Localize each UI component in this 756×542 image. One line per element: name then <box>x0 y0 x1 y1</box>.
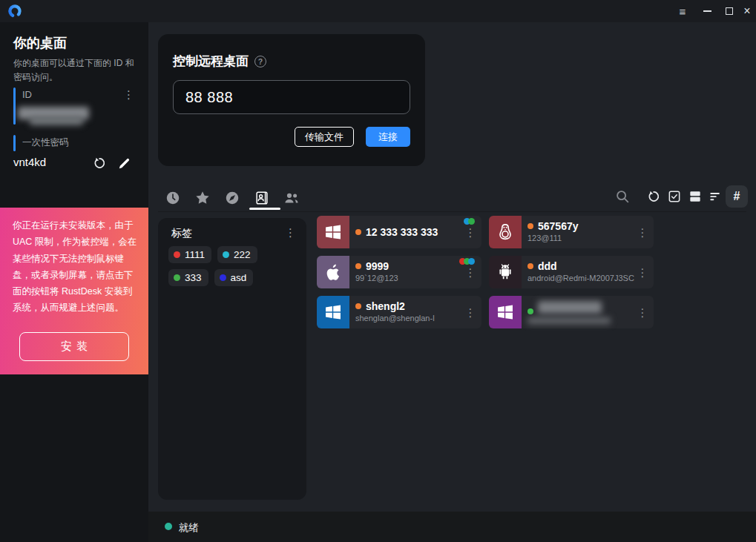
peer-menu-button[interactable]: ⋮ <box>462 296 479 328</box>
search-icon <box>614 188 631 205</box>
tags-title: 标签 <box>171 227 192 240</box>
apple-icon <box>324 263 343 282</box>
tab-recent-sessions[interactable] <box>160 187 186 209</box>
peer-card[interactable]: 9999 99`12@123 ⋮ <box>317 256 481 288</box>
sidebar: 你的桌面 你的桌面可以通过下面的 ID 和密码访问。 ID ⋮ 一次性密码 vn… <box>0 22 148 542</box>
connect-card: 控制远程桌面 ? 传输文件 连接 <box>158 34 425 166</box>
windows-platform-tile <box>317 216 349 248</box>
peer-card[interactable]: 12 333 333 333 ⋮ <box>317 216 481 248</box>
tags-menu-button[interactable]: ⋮ <box>285 227 296 238</box>
tab-group[interactable] <box>278 187 305 209</box>
minimize-button[interactable] <box>696 0 718 22</box>
install-warning-banner: 你正在运行未安装版本，由于 UAC 限制，作为被控端，会在某些情况下无法控制鼠标… <box>0 208 148 374</box>
peer-name: shengl2 <box>366 300 405 312</box>
refresh-icon <box>646 189 661 204</box>
remote-id-input[interactable] <box>173 80 410 114</box>
connect-button[interactable]: 连接 <box>366 127 410 147</box>
android-icon <box>496 262 515 282</box>
refresh-peers-button[interactable] <box>642 185 665 208</box>
windows-icon <box>323 303 343 322</box>
peer-menu-button[interactable]: ⋮ <box>634 256 651 288</box>
password-label: 一次性密码 <box>22 136 69 149</box>
tag-chip[interactable]: asd <box>214 269 254 286</box>
one-time-password-value: vnt4kd <box>13 156 46 168</box>
select-peers-button[interactable] <box>663 185 686 208</box>
tag-label: 333 <box>185 272 202 283</box>
peer-username: shenglan@shenglan-l <box>355 314 462 323</box>
peer-username: 99`12@123 <box>355 274 462 282</box>
apple-platform-tile <box>317 256 349 288</box>
peer-menu-button[interactable]: ⋮ <box>462 256 479 288</box>
group-icon <box>283 189 300 207</box>
peer-grid: 12 333 333 333 ⋮ <box>317 216 654 328</box>
titlebar: ≡ × <box>0 0 756 22</box>
pencil-icon <box>117 156 131 171</box>
hamburger-icon: ≡ <box>680 5 686 18</box>
sort-button[interactable] <box>704 185 726 208</box>
tab-favorites[interactable] <box>189 187 216 209</box>
warning-text: 你正在运行未安装版本，由于 UAC 限制，作为被控端，会在某些情况下无法控制鼠标… <box>13 217 139 317</box>
active-tab-indicator <box>249 208 280 210</box>
tag-label: 222 <box>234 249 251 260</box>
rustdesk-logo-icon <box>7 4 22 19</box>
peer-menu-button[interactable]: ⋮ <box>634 296 651 328</box>
linux-platform-tile <box>489 216 522 248</box>
android-platform-tile <box>489 256 522 288</box>
tag-color-dot <box>223 251 229 258</box>
online-status-dot <box>527 308 533 314</box>
peer-card[interactable]: shengl2 shenglan@shenglan-l ⋮ <box>317 296 481 328</box>
tags-panel: 标签 ⋮ 1111 222 333 asd <box>158 218 306 500</box>
peer-card-redacted[interactable]: ⋮ <box>489 296 654 328</box>
online-status-dot <box>355 263 361 269</box>
help-icon[interactable]: ? <box>254 56 266 67</box>
clock-icon <box>165 190 181 206</box>
refresh-password-button[interactable] <box>91 154 108 172</box>
password-accent-bar <box>13 135 16 151</box>
star-icon <box>194 190 211 206</box>
sidebar-description: 你的桌面可以通过下面的 ID 和密码访问。 <box>13 56 139 84</box>
id-menu-button[interactable]: ⋮ <box>123 89 134 100</box>
online-status-dot <box>527 263 533 269</box>
filter-by-tag-button[interactable]: # <box>726 185 748 208</box>
tag-label: asd <box>231 272 247 283</box>
minimize-icon <box>703 10 711 12</box>
peer-card[interactable]: ddd android@Redmi-M2007J3SC ⋮ <box>489 256 654 288</box>
tag-list: 1111 222 333 asd <box>168 246 299 286</box>
peer-menu-button[interactable]: ⋮ <box>634 216 651 248</box>
id-value-redacted <box>30 116 83 125</box>
tab-discovered[interactable] <box>219 187 246 209</box>
peer-menu-button[interactable]: ⋮ <box>462 216 479 248</box>
transfer-file-button[interactable]: 传输文件 <box>295 127 354 147</box>
compass-icon <box>224 190 240 206</box>
window-menu-button[interactable]: ≡ <box>671 0 694 22</box>
address-book-icon <box>254 190 270 206</box>
edit-password-button[interactable] <box>115 154 133 172</box>
connect-buttons: 传输文件 连接 <box>295 127 410 147</box>
tab-address-book[interactable] <box>249 187 275 209</box>
tag-chip[interactable]: 333 <box>168 269 208 286</box>
tag-chip[interactable]: 1111 <box>168 246 211 263</box>
peer-card[interactable]: 567567y 123@111 ⋮ <box>489 216 654 248</box>
main-area: 控制远程桌面 ? 传输文件 连接 <box>148 22 756 542</box>
search-button[interactable] <box>611 185 634 208</box>
refresh-icon <box>92 156 107 171</box>
peer-username: android@Redmi-M2007J3SC <box>527 274 634 282</box>
id-accent-bar <box>13 87 16 125</box>
install-button[interactable]: 安装 <box>19 332 129 361</box>
close-icon: × <box>743 4 750 18</box>
peer-username: 123@111 <box>527 234 634 242</box>
windows-icon <box>496 303 515 322</box>
peer-name: ddd <box>538 260 557 272</box>
tag-label: 1111 <box>185 249 205 260</box>
connect-title-row: 控制远程桌面 ? <box>173 53 266 70</box>
close-button[interactable]: × <box>736 0 756 22</box>
connection-status-text: 就绪 <box>179 521 199 535</box>
online-status-dot <box>355 229 361 235</box>
sidebar-title: 你的桌面 <box>13 34 67 52</box>
online-status-dot <box>527 223 533 229</box>
tag-color-dot <box>174 274 180 281</box>
sort-icon <box>708 189 723 204</box>
tag-chip[interactable]: 222 <box>217 246 257 263</box>
connection-status-dot <box>165 523 172 530</box>
card-view-button[interactable] <box>684 185 706 208</box>
